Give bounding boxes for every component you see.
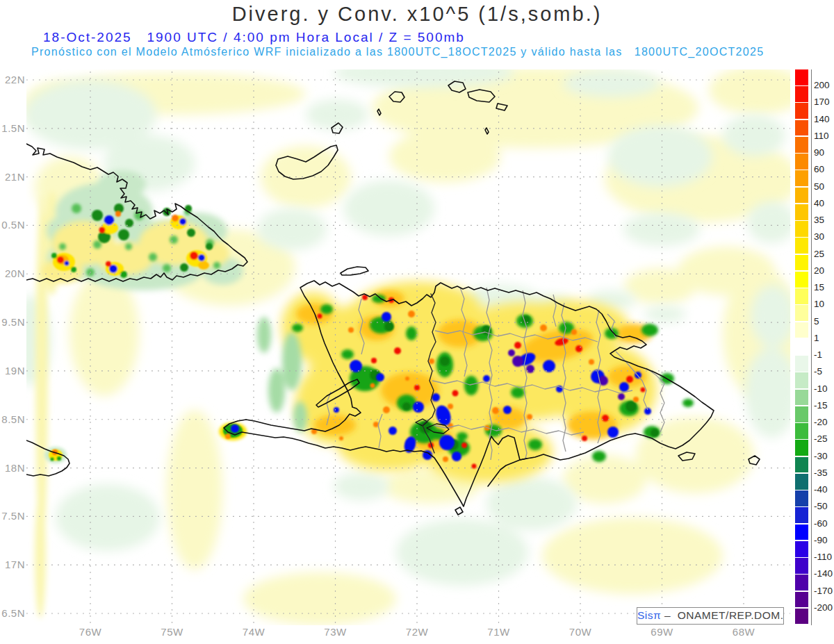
colorbar-tick-label: -1 [814, 349, 822, 360]
colorbar-tick-label: -110 [814, 552, 832, 562]
colorbar-tick-label: 110 [814, 131, 829, 141]
lon-tick-label: 73W [318, 626, 353, 638]
lon-tick-label: 68W [726, 626, 761, 638]
colorbar-tick-label: -25 [814, 434, 828, 444]
colorbar-tick-label: 10 [814, 299, 824, 309]
colorbar-cell [795, 406, 808, 422]
attribution-text: – ONAMET/REP.DOM. [661, 609, 783, 621]
colorbar-cell [795, 609, 808, 625]
colorbar-tick-label: 30 [814, 231, 824, 242]
colorbar-tick-label: -30 [814, 451, 828, 461]
colorbar-tick-label: -140 [814, 568, 833, 579]
colorbar-tick-label: 60 [814, 164, 824, 174]
colorbar-cell [795, 575, 808, 591]
lon-tick-label: 76W [73, 626, 108, 638]
lat-tick-label: 6.5N [0, 607, 25, 619]
colorbar-tick-label: -200 [814, 602, 833, 613]
colorbar-cell [795, 490, 808, 506]
colorbar-cell [795, 204, 808, 220]
colorbar-axis-line [811, 69, 812, 625]
colorbar-cell [795, 507, 808, 523]
lon-tick-label: 69W [645, 626, 680, 638]
lon-tick-label: 75W [155, 626, 190, 638]
colorbar-cell [795, 440, 808, 456]
colorbar-tick-label: -20 [814, 417, 828, 427]
lat-tick-label: 0.5N [0, 219, 25, 231]
colorbar-tick-label: 140 [814, 114, 830, 124]
colorbar-tick-label: 15 [814, 282, 824, 292]
colorbar-cell [795, 474, 808, 490]
lon-tick-label: 74W [236, 626, 271, 638]
lat-tick-label: 7.5N [0, 510, 25, 522]
lat-tick-label: 22N [0, 74, 25, 85]
colorbar [795, 69, 808, 625]
lat-tick-label: 17N [0, 559, 25, 570]
colorbar-cell [795, 305, 808, 321]
colorbar-cell [795, 372, 808, 388]
colorbar-cell [795, 541, 808, 557]
colorbar-cell [795, 322, 808, 338]
colorbar-cell [795, 120, 808, 136]
lat-tick-label: 18N [0, 462, 25, 474]
lon-tick-label: 71W [482, 626, 516, 638]
attribution-box: Sisπ – ONAMET/REP.DOM. [637, 607, 784, 625]
colorbar-tick-label: 5 [814, 316, 819, 327]
lat-tick-label: 8.5N [0, 413, 25, 425]
colorbar-cell [795, 288, 808, 304]
coastline-beata-island [455, 507, 463, 515]
colorbar-cell [795, 170, 808, 186]
colorbar-tick-label: 40 [814, 198, 824, 208]
colorbar-cell [795, 221, 808, 237]
colorbar-cell [795, 86, 808, 102]
lat-tick-label: 21N [0, 171, 25, 183]
colorbar-tick-label: 1 [814, 333, 819, 343]
colorbar-cell [795, 592, 808, 608]
colorbar-cell [795, 558, 808, 574]
colorbar-cell [795, 356, 808, 372]
colorbar-cell [795, 272, 808, 288]
colorbar-cell [795, 423, 808, 439]
lat-tick-label: 20N [0, 267, 25, 279]
map-canvas [26, 69, 790, 625]
colorbar-tick-label: -170 [814, 586, 833, 596]
brand-text: Sisπ [637, 609, 661, 621]
colorbar-cell [795, 457, 808, 473]
lon-tick-label: 70W [563, 626, 598, 638]
colorbar-tick-label: -50 [814, 501, 828, 511]
colorbar-tick-label: 25 [814, 249, 824, 259]
lon-tick-label: 72W [400, 626, 434, 638]
colorbar-cell [795, 238, 808, 254]
lat-tick-label: 9.5N [0, 316, 25, 328]
colorbar-tick-label: -35 [814, 468, 828, 478]
colorbar-cell [795, 154, 808, 170]
colorbar-tick-label: -60 [814, 518, 828, 529]
map-title: Diverg. y Conv. x10^5 (1/s,somb.) [0, 3, 834, 26]
colorbar-cell [795, 255, 808, 271]
colorbar-tick-label: 90 [814, 147, 824, 158]
colorbar-tick-label: 200 [814, 80, 830, 90]
colorbar-tick-label: 35 [814, 215, 824, 225]
colorbar-cell [795, 103, 808, 119]
colorbar-tick-label: 170 [814, 97, 830, 107]
map-panel [26, 69, 790, 625]
colorbar-cell [795, 137, 808, 153]
colorbar-tick-label: 20 [814, 265, 824, 276]
colorbar-tick-label: -40 [814, 484, 828, 495]
colorbar-labels: 2001701401109060504035302520151051-1-5-1… [814, 69, 834, 625]
colorbar-cell [795, 525, 808, 540]
colorbar-cell [795, 188, 808, 204]
page-root: Diverg. y Conv. x10^5 (1/s,somb.) 18-Oct… [0, 0, 834, 644]
subtitle-datetime: 18-Oct-2025 1900 UTC / 4:00 pm Hora Loca… [43, 30, 465, 45]
colorbar-tick-label: -90 [814, 535, 828, 545]
colorbar-cell [795, 390, 808, 406]
colorbar-tick-label: 50 [814, 181, 824, 192]
lat-tick-label: 19N [0, 365, 25, 377]
contour-field [26, 69, 790, 625]
lat-tick-label: 1.5N [0, 122, 25, 134]
subtitle-model: Pronóstico con el Modelo Atmósferico WRF… [31, 46, 764, 58]
colorbar-cell [795, 69, 808, 85]
colorbar-tick-label: -5 [814, 366, 822, 377]
colorbar-cell [795, 339, 808, 355]
colorbar-tick-label: -15 [814, 400, 828, 411]
colorbar-tick-label: -10 [814, 383, 828, 394]
